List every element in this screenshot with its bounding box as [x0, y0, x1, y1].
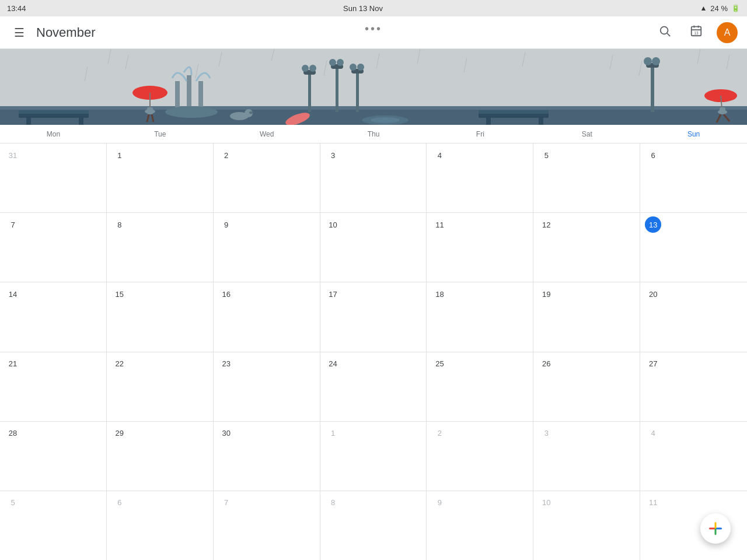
day-cell-dec5[interactable]: 5 [0, 491, 107, 560]
day-cell-dec8[interactable]: 8 [320, 491, 427, 560]
day-cell-dec9[interactable]: 9 [427, 491, 533, 560]
day-cell-nov12[interactable]: 12 [533, 213, 640, 282]
day-cell-nov24[interactable]: 24 [320, 352, 427, 421]
day-cell-nov29[interactable]: 29 [107, 422, 214, 491]
day-cell-nov10[interactable]: 10 [320, 213, 427, 282]
day-number[interactable]: 15 [111, 286, 128, 302]
day-number[interactable]: 24 [325, 356, 341, 372]
day-number[interactable]: 16 [218, 286, 235, 302]
day-cell-nov6[interactable]: 6 [640, 144, 747, 212]
day-number[interactable]: 21 [5, 356, 21, 372]
user-avatar[interactable]: A [717, 22, 738, 43]
day-cell-oct31[interactable]: 31 [0, 144, 107, 212]
day-cell-nov18[interactable]: 18 [427, 282, 533, 351]
day-cell-nov25[interactable]: 25 [427, 352, 533, 421]
day-cell-nov13-today[interactable]: 13 [640, 213, 747, 282]
day-number[interactable]: 4 [431, 147, 448, 163]
day-number[interactable]: 9 [431, 495, 448, 511]
day-number[interactable]: 6 [645, 147, 661, 163]
day-number[interactable]: 27 [645, 356, 661, 372]
day-number[interactable]: 7 [218, 495, 235, 511]
day-cell-nov4[interactable]: 4 [427, 144, 533, 212]
day-number[interactable]: 29 [111, 425, 128, 442]
day-number[interactable]: 2 [218, 147, 235, 163]
day-cell-nov21[interactable]: 21 [0, 352, 107, 421]
day-cell-nov19[interactable]: 19 [533, 282, 640, 351]
day-cell-nov28[interactable]: 28 [0, 422, 107, 491]
day-number[interactable]: 8 [111, 216, 128, 233]
day-cell-dec10[interactable]: 10 [533, 491, 640, 560]
day-cell-dec4[interactable]: 4 [640, 422, 747, 491]
day-cell-dec3[interactable]: 3 [533, 422, 640, 491]
day-number[interactable]: 19 [538, 286, 554, 302]
svg-rect-50 [356, 71, 359, 112]
day-number[interactable]: 26 [538, 356, 554, 372]
day-number[interactable]: 11 [431, 216, 448, 233]
day-cell-dec6[interactable]: 6 [107, 491, 214, 560]
day-cell-nov5[interactable]: 5 [533, 144, 640, 212]
day-number[interactable]: 3 [538, 425, 554, 442]
day-cell-nov3[interactable]: 3 [320, 144, 427, 212]
day-number[interactable]: 22 [111, 356, 128, 372]
day-cell-nov2[interactable]: 2 [214, 144, 320, 212]
day-cell-nov23[interactable]: 23 [214, 352, 320, 421]
svg-rect-59 [651, 65, 654, 112]
day-number[interactable]: 23 [218, 356, 235, 372]
day-number[interactable]: 17 [325, 286, 341, 302]
svg-rect-46 [336, 66, 338, 112]
day-cell-nov30[interactable]: 30 [214, 422, 320, 491]
svg-rect-57 [539, 118, 543, 125]
day-number[interactable]: 9 [218, 216, 235, 233]
day-cell-nov8[interactable]: 8 [107, 213, 214, 282]
day-number[interactable]: 11 [645, 495, 661, 511]
day-number-today[interactable]: 13 [645, 216, 661, 233]
calendar-today-button[interactable]: 13 [685, 20, 707, 46]
day-cell-dec7[interactable]: 7 [214, 491, 320, 560]
day-number[interactable]: 1 [111, 147, 128, 163]
search-button[interactable] [654, 20, 676, 46]
day-number[interactable]: 7 [5, 216, 21, 233]
day-number[interactable]: 14 [5, 286, 21, 302]
svg-point-62 [652, 57, 660, 65]
menu-button[interactable]: ☰ [9, 21, 29, 44]
day-cell-nov17[interactable]: 17 [320, 282, 427, 351]
day-cell-nov14[interactable]: 14 [0, 282, 107, 351]
day-cell-nov22[interactable]: 22 [107, 352, 214, 421]
day-number[interactable]: 3 [325, 147, 341, 163]
day-number[interactable]: 31 [5, 147, 21, 163]
day-number[interactable]: 5 [538, 147, 554, 163]
day-number[interactable]: 6 [111, 495, 128, 511]
day-cell-nov1[interactable]: 1 [107, 144, 214, 212]
day-number[interactable]: 25 [431, 356, 448, 372]
day-header-wed: Wed [214, 125, 320, 143]
day-cell-dec1[interactable]: 1 [320, 422, 427, 491]
svg-rect-31 [198, 81, 203, 110]
svg-rect-25 [19, 113, 89, 118]
day-cell-nov26[interactable]: 26 [533, 352, 640, 421]
more-options-dots[interactable]: ••• [365, 22, 382, 36]
day-cell-nov7[interactable]: 7 [0, 213, 107, 282]
day-number[interactable]: 1 [325, 425, 341, 442]
day-cell-nov16[interactable]: 16 [214, 282, 320, 351]
day-number[interactable]: 4 [645, 425, 661, 442]
day-cell-nov11[interactable]: 11 [427, 213, 533, 282]
day-number[interactable]: 8 [325, 495, 341, 511]
create-event-fab[interactable] [700, 513, 731, 544]
day-number[interactable]: 28 [5, 425, 21, 442]
day-cell-nov20[interactable]: 20 [640, 282, 747, 351]
day-cell-nov9[interactable]: 9 [214, 213, 320, 282]
day-number[interactable]: 18 [431, 286, 448, 302]
day-number[interactable]: 20 [645, 286, 661, 302]
day-number[interactable]: 5 [5, 495, 21, 511]
day-cell-dec11[interactable]: 11 [640, 491, 747, 560]
day-number[interactable]: 10 [325, 216, 341, 233]
svg-point-70 [371, 117, 400, 123]
day-cell-dec2[interactable]: 2 [427, 422, 533, 491]
day-header-mon: Mon [0, 125, 107, 143]
day-number[interactable]: 10 [538, 495, 554, 511]
day-number[interactable]: 2 [431, 425, 448, 442]
day-cell-nov15[interactable]: 15 [107, 282, 214, 351]
day-number[interactable]: 30 [218, 425, 235, 442]
day-number[interactable]: 12 [538, 216, 554, 233]
day-cell-nov27[interactable]: 27 [640, 352, 747, 421]
